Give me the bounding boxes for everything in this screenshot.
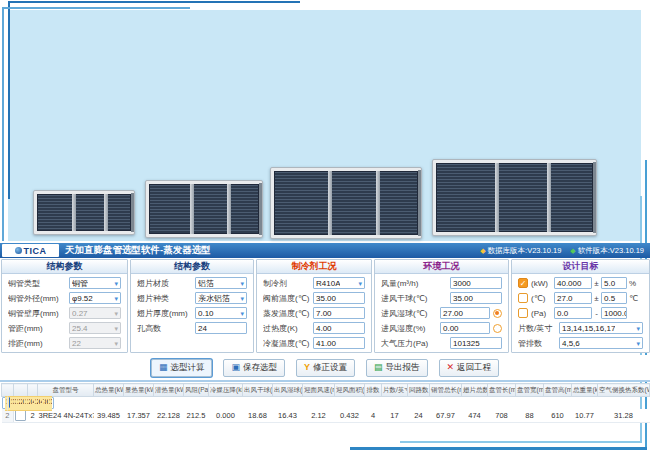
- coil-end-plate: [418, 170, 421, 236]
- select-value: 13,14,15,16,17: [562, 324, 615, 333]
- target-row: (℃)27.0±0.5℃: [518, 292, 643, 304]
- form-row: 大气压力(Pa)101325: [381, 337, 502, 349]
- coil-fins: [37, 194, 131, 231]
- logo-globe-icon: [15, 247, 22, 254]
- return-button[interactable]: ✕返回工程: [439, 359, 500, 377]
- select-value: φ9.52: [72, 294, 93, 303]
- field-select[interactable]: R410A▾: [313, 277, 365, 289]
- column-header: 风阻(Pa): [184, 384, 209, 397]
- field-label: 翅片厚度(mm): [137, 308, 195, 319]
- field-input[interactable]: 7.00: [313, 307, 365, 319]
- field-label: 孔高数: [137, 323, 195, 334]
- coil-fins: [436, 163, 593, 232]
- toolbar: ▦选型计算▣保存选型Y修正设置▤导出报告✕返回工程: [0, 355, 650, 382]
- target-unit-label: (Pa): [531, 309, 554, 318]
- value-cell: 24: [408, 409, 430, 423]
- panel-title: 环境工况: [375, 260, 508, 274]
- field-label: 翅片材质: [137, 278, 195, 289]
- field-input[interactable]: 0.00: [440, 322, 490, 334]
- field-select[interactable]: 铜管▾: [69, 277, 121, 289]
- column-header: 空气侧换热系数(W/(m²·K)): [598, 384, 650, 397]
- panel-body: 制冷剂R410A▾阀前温度(℃)35.00蒸发温度(℃)7.00过热度(K)4.…: [257, 277, 371, 349]
- button-label: 保存选型: [243, 362, 277, 374]
- row-number-cell: 2: [2, 409, 14, 423]
- field-label: 制冷剂: [263, 278, 313, 289]
- target-checkbox[interactable]: ✓: [518, 278, 528, 288]
- field-input[interactable]: 4.00: [313, 322, 365, 334]
- column-header: 盘管宽(mm): [516, 384, 544, 397]
- column-header: 铜管总长(m): [430, 384, 462, 397]
- row-checkbox-cell: [14, 409, 28, 423]
- field-label: 进风湿球(℃): [381, 308, 440, 319]
- field-input[interactable]: 24: [195, 322, 247, 334]
- field-select[interactable]: φ9.52▾: [69, 292, 121, 304]
- column-header: 盘管长(mm): [488, 384, 516, 397]
- field-select[interactable]: 13,14,15,16,17▾: [559, 322, 643, 334]
- panel-body: 翅片材质铝箔▾翅片种类亲水铝箔▾翅片厚度(mm)0.10▾孔高数24: [131, 277, 253, 334]
- field-input[interactable]: 35.00: [450, 292, 502, 304]
- version-label: 软件版本:V23.10.19: [578, 246, 644, 256]
- field-input[interactable]: 35.00: [313, 292, 365, 304]
- field-input[interactable]: 708.0: [69, 352, 121, 353]
- field-select[interactable]: 亲水铝箔▾: [195, 292, 247, 304]
- panel-title: 设计目标: [512, 260, 649, 274]
- field-select[interactable]: 0.27▾: [69, 307, 121, 319]
- field-select[interactable]: 25.4▾: [69, 322, 121, 334]
- field-select[interactable]: 22▾: [69, 337, 121, 349]
- value-cell: 10.77: [572, 409, 598, 423]
- tica-logo: TICA: [2, 244, 59, 257]
- export-button[interactable]: ▤导出报告: [366, 359, 428, 377]
- field-select[interactable]: 铝箔▾: [195, 277, 247, 289]
- field-input[interactable]: 3000: [450, 277, 502, 289]
- panel-body: 风量(m³/h)3000进风干球(℃)35.00进风湿球(℃)27.00进风湿度…: [375, 277, 508, 349]
- target-value-input[interactable]: 0.0: [554, 307, 592, 319]
- radio-selected[interactable]: [493, 309, 502, 318]
- target-value-input[interactable]: 27.0: [554, 292, 592, 304]
- results-table: 盘管型号总热量(kW)显热量(kW)潜热量(kW)风阻(Pa)冷媒压降(kPa)…: [1, 383, 650, 423]
- value-cell: 16.43: [273, 409, 303, 423]
- form-row: 管距(mm)25.4▾: [8, 322, 121, 334]
- column-header: 迎风面积(m²): [335, 384, 365, 397]
- select-value: 铜管: [72, 278, 88, 289]
- target-tolerance-input[interactable]: 5.0: [601, 277, 627, 289]
- coil-end-plate: [593, 162, 596, 233]
- chevron-down-icon: ▾: [358, 280, 362, 287]
- coil-divider: [376, 171, 380, 235]
- radio-unselected[interactable]: [493, 324, 502, 333]
- field-label: 翅片种类: [137, 293, 195, 304]
- target-checkbox[interactable]: [518, 308, 528, 318]
- save-button[interactable]: ▣保存选型: [223, 359, 285, 377]
- field-input[interactable]: 27.00: [440, 307, 490, 319]
- target-tolerance-input[interactable]: 0.5: [601, 292, 627, 304]
- field-input[interactable]: 41.00: [313, 337, 365, 349]
- table-row[interactable]: 223RE24 4N-24Tx70839.48517.35722.128212.…: [2, 409, 650, 423]
- column-header: 盘管高(mm): [544, 384, 572, 397]
- panel-body: ✓(kW)40.000±5.0%(℃)27.0±0.5℃(Pa)0.0-1000…: [512, 277, 649, 349]
- row-checkbox[interactable]: [15, 410, 26, 421]
- select-value: 4,5,6: [562, 339, 580, 348]
- panel-环境工况: 环境工况风量(m³/h)3000进风干球(℃)35.00进风湿球(℃)27.00…: [374, 259, 509, 353]
- target-checkbox[interactable]: [518, 293, 528, 303]
- field-input[interactable]: 101325: [450, 337, 502, 349]
- select-value: 0.27: [72, 309, 88, 318]
- column-header: 片数/英寸: [382, 384, 408, 397]
- field-label: 过热度(K): [263, 323, 313, 334]
- field-select[interactable]: 0.10▾: [195, 307, 247, 319]
- target-tolerance-input[interactable]: 1000.0: [601, 307, 627, 319]
- target-value-input[interactable]: 40.000: [554, 277, 592, 289]
- column-header: 出风干球(℃): [243, 384, 273, 397]
- select-value: 亲水铝箔: [198, 293, 230, 304]
- table-row[interactable]: 1✓13RE24 4E-24Tx70838.16116.92021.241212…: [2, 397, 54, 409]
- chevron-down-icon: ▾: [240, 280, 244, 287]
- version-item: ◆数据库版本:V23.10.19: [480, 246, 561, 256]
- select-value: 铝箔: [198, 278, 214, 289]
- field-select[interactable]: 4,5,6▾: [559, 337, 643, 349]
- chevron-down-icon: ▾: [240, 310, 244, 317]
- panel-body: 铜管类型铜管▾铜管外径(mm)φ9.52▾铜管壁厚(mm)0.27▾管距(mm)…: [2, 277, 127, 353]
- adjust-button[interactable]: Y修正设置: [296, 359, 355, 377]
- decor-line-bottom-outer: [350, 447, 647, 450]
- value-cell: 474: [462, 409, 488, 423]
- calc-button[interactable]: ▦选型计算: [151, 359, 213, 377]
- version-item: ◆软件版本:V23.10.19: [570, 246, 644, 256]
- button-label: 导出报告: [386, 362, 420, 374]
